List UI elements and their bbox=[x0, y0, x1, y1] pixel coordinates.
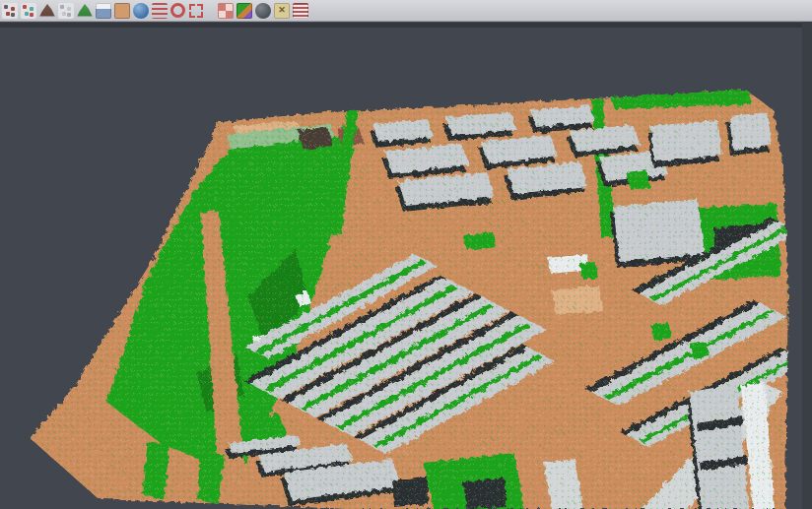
crop-brackets-icon[interactable] bbox=[188, 3, 204, 19]
red-stripes-icon[interactable] bbox=[293, 3, 308, 19]
dark-globe-icon[interactable] bbox=[255, 3, 271, 19]
checker-mask-icon[interactable] bbox=[218, 3, 234, 19]
toolbar-separator bbox=[207, 3, 215, 19]
classification-map-icon[interactable] bbox=[237, 3, 252, 19]
viewport-top-shadow bbox=[0, 23, 812, 28]
contour-lines-icon[interactable] bbox=[152, 3, 168, 19]
sparse-points-icon[interactable] bbox=[58, 3, 74, 19]
marker-cross-icon[interactable]: ✕ bbox=[274, 3, 290, 19]
terrain-green-icon[interactable] bbox=[77, 3, 93, 19]
rgb-points-icon[interactable] bbox=[21, 3, 36, 19]
point-cluster-icon[interactable] bbox=[2, 3, 18, 19]
circle-tool-icon[interactable] bbox=[170, 3, 185, 18]
main-toolbar: ✕ bbox=[0, 0, 812, 22]
ortho-square-icon[interactable] bbox=[114, 3, 130, 19]
globe-icon[interactable] bbox=[133, 3, 149, 19]
point-cloud-scene bbox=[0, 0, 812, 509]
mesh-brown-icon[interactable] bbox=[39, 3, 55, 19]
marker-cross-icon-glyph: ✕ bbox=[278, 6, 286, 15]
viewport-3d[interactable] bbox=[0, 0, 812, 509]
profile-column-icon[interactable] bbox=[96, 3, 111, 19]
window-right-edge bbox=[802, 0, 812, 509]
